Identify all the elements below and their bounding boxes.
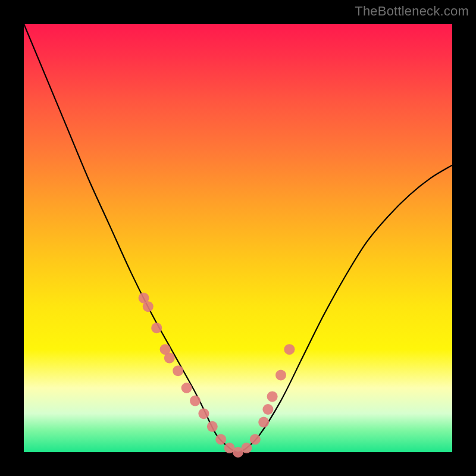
highlight-dot xyxy=(143,301,154,312)
highlight-dot xyxy=(275,369,286,380)
highlight-dot xyxy=(207,421,218,432)
highlight-dot xyxy=(215,434,226,444)
highlight-dot xyxy=(267,391,278,402)
highlight-dot xyxy=(250,434,261,444)
bottleneck-curve xyxy=(24,24,452,452)
curve-svg xyxy=(24,24,452,452)
highlight-dot xyxy=(241,443,252,453)
highlight-dot xyxy=(173,365,183,376)
highlight-dot xyxy=(258,417,269,428)
highlight-dots-group xyxy=(139,293,295,458)
highlight-dot xyxy=(190,396,201,406)
highlight-dot xyxy=(181,383,192,393)
highlight-dot xyxy=(151,322,162,333)
highlight-dot xyxy=(284,344,295,355)
watermark-text: TheBottleneck.com xyxy=(355,4,469,19)
plot-area xyxy=(24,24,452,452)
highlight-dot xyxy=(198,408,209,419)
chart-frame: TheBottleneck.com xyxy=(0,0,476,476)
highlight-dot xyxy=(164,353,175,364)
highlight-dot xyxy=(262,404,273,415)
